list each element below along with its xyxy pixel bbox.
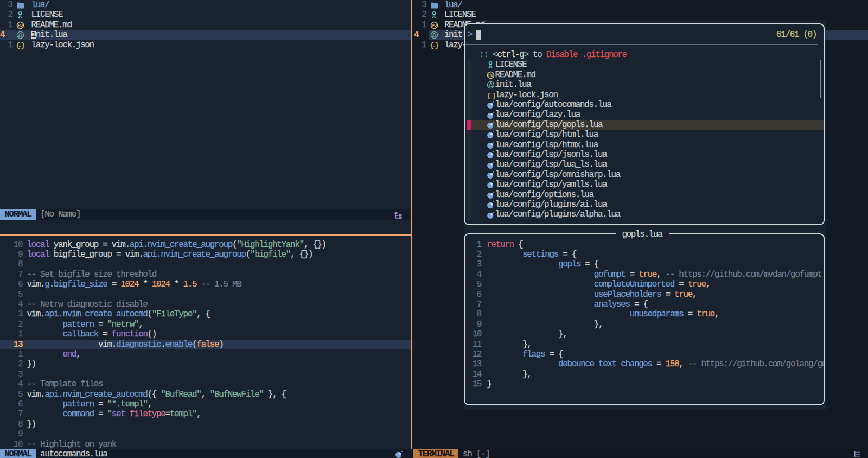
- svg-text:PD: PD: [431, 23, 436, 27]
- svg-text:}: }: [21, 41, 24, 49]
- svg-text:}: }: [435, 41, 438, 49]
- svg-text:{: {: [430, 41, 434, 49]
- svg-text:{: {: [16, 41, 20, 49]
- svg-text:PD: PD: [17, 23, 22, 27]
